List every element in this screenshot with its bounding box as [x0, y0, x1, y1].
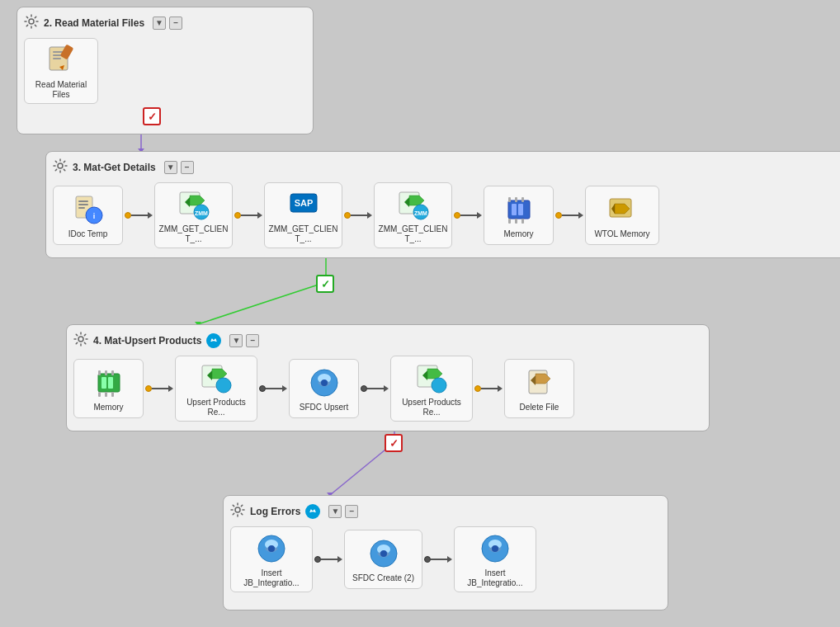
- node-idoc-temp[interactable]: i IDoc Temp: [53, 186, 123, 245]
- memory-green-label: Memory: [93, 403, 123, 412]
- node-zmm1[interactable]: ZMM ZMM_GET_CLIENT_...: [154, 182, 233, 248]
- svg-rect-36: [518, 204, 523, 215]
- svg-rect-40: [508, 219, 511, 224]
- memory-label: Memory: [503, 229, 533, 239]
- section-mat-upsert-products: 4. Mat-Upsert Products ▼ −: [66, 324, 710, 431]
- section3-nodes: Memory Upsert Products Re...: [73, 356, 702, 422]
- section-log-errors: Log Errors ▼ − Insert J: [223, 495, 668, 610]
- svg-rect-51: [101, 377, 106, 389]
- connector-s4-2: [424, 556, 452, 563]
- node-read-material-files-label: Read Material Files: [28, 80, 94, 100]
- section4-dropdown[interactable]: ▼: [328, 505, 342, 518]
- connector-3: [344, 212, 372, 219]
- jb2-icon: [479, 532, 512, 565]
- svg-point-82: [380, 550, 387, 557]
- section1-header: 2. Read Material Files ▼ −: [24, 14, 306, 31]
- checkmark-badge-2: ✓: [316, 275, 334, 293]
- svg-rect-12: [53, 58, 61, 59]
- node-zmm2-sap[interactable]: SAP ZMM_GET_CLIENT_...: [264, 182, 342, 248]
- node-memory[interactable]: Memory: [484, 186, 554, 245]
- section3-dropdown[interactable]: ▼: [229, 334, 243, 347]
- svg-marker-30: [409, 196, 424, 205]
- idoc-temp-label: IDoc Temp: [68, 229, 108, 239]
- svg-rect-18: [78, 204, 88, 205]
- section2-collapse[interactable]: −: [181, 161, 194, 174]
- jb1-icon: [255, 532, 288, 565]
- svg-text:ZMM: ZMM: [414, 210, 427, 216]
- salesforce-badge-3: [206, 333, 221, 348]
- svg-rect-37: [508, 197, 511, 202]
- section1-collapse[interactable]: −: [169, 16, 182, 30]
- node-jb2[interactable]: Insert JB_Integratio...: [454, 526, 536, 592]
- svg-point-76: [314, 509, 315, 511]
- svg-rect-39: [521, 197, 524, 202]
- zmm2-sap-label: ZMM_GET_CLIENT_...: [268, 224, 338, 244]
- svg-point-85: [492, 545, 498, 552]
- node-memory-green[interactable]: Memory: [73, 359, 144, 418]
- node-upsert2[interactable]: Upsert Products Re...: [390, 356, 473, 422]
- gear-icon: [24, 14, 39, 31]
- svg-point-8: [29, 19, 34, 24]
- svg-rect-52: [108, 377, 113, 389]
- node-zmm3[interactable]: ZMM ZMM_GET_CLIENT_...: [374, 182, 452, 248]
- section3-collapse[interactable]: −: [246, 334, 259, 347]
- jb1-label: Insert JB_Integratio...: [234, 568, 309, 588]
- section2-dropdown[interactable]: ▼: [164, 161, 177, 174]
- upsert2-icon: [415, 361, 448, 394]
- connector-s3-2: [259, 385, 287, 392]
- node-upsert1[interactable]: Upsert Products Re...: [175, 356, 257, 422]
- sfdc-upsert-icon: [308, 366, 341, 399]
- svg-marker-71: [536, 374, 550, 384]
- svg-marker-60: [212, 369, 227, 379]
- section-mat-get-details: 3. Mat-Get Details ▼ − i: [45, 151, 840, 258]
- gear-icon-2: [53, 158, 68, 176]
- node-sfdc-create[interactable]: SFDC Create (2): [344, 530, 422, 589]
- section3-title: 4. Mat-Upsert Products: [93, 335, 201, 346]
- svg-rect-19: [78, 207, 85, 209]
- section2-nodes: i IDoc Temp ZMM: [53, 182, 840, 248]
- section4-title: Log Errors: [250, 506, 300, 517]
- connector-4: [454, 212, 482, 219]
- svg-point-79: [268, 545, 275, 552]
- sap-icon: SAP: [287, 188, 320, 221]
- node-delete-file[interactable]: Delete File: [504, 359, 574, 418]
- upsert2-label: Upsert Products Re...: [394, 398, 469, 417]
- svg-rect-41: [515, 219, 517, 224]
- svg-line-3: [198, 282, 326, 324]
- node-wtol-memory[interactable]: WTOL Memory: [585, 186, 659, 245]
- memory-icon: [503, 193, 536, 226]
- node-read-material-files[interactable]: Read Material Files: [24, 38, 98, 104]
- svg-rect-55: [111, 370, 114, 375]
- node-sfdc-upsert[interactable]: SFDC Upsert: [289, 359, 359, 418]
- svg-text:ZMM: ZMM: [195, 210, 208, 216]
- file-read-icon: [45, 44, 78, 77]
- connector-s3-3: [361, 385, 389, 392]
- zmm3-label: ZMM_GET_CLIENT_...: [378, 224, 448, 244]
- svg-rect-17: [78, 200, 88, 202]
- section4-collapse[interactable]: −: [345, 505, 358, 518]
- upsert1-icon: [200, 361, 233, 394]
- svg-point-65: [321, 380, 328, 386]
- connector-1: [125, 212, 153, 219]
- sfdc-create-icon: [367, 537, 400, 570]
- svg-marker-23: [190, 196, 205, 205]
- connector-s3-1: [145, 385, 173, 392]
- delete-file-label: Delete File: [520, 403, 559, 412]
- section1-nodes: Read Material Files: [24, 38, 306, 104]
- section3-header: 4. Mat-Upsert Products ▼ −: [73, 332, 702, 349]
- svg-rect-42: [521, 219, 524, 224]
- sfdc-upsert-label: SFDC Upsert: [300, 403, 348, 412]
- svg-point-73: [235, 507, 240, 512]
- connector-5: [555, 212, 583, 219]
- connector-2: [234, 212, 262, 219]
- section1-dropdown[interactable]: ▼: [153, 16, 166, 30]
- gear-icon-3: [73, 332, 88, 349]
- section1-title: 2. Read Material Files: [44, 17, 144, 29]
- svg-rect-56: [98, 392, 101, 397]
- delete-file-icon: [523, 366, 556, 399]
- node-jb1[interactable]: Insert JB_Integratio...: [230, 526, 313, 592]
- svg-rect-38: [515, 197, 517, 202]
- svg-rect-57: [105, 392, 107, 397]
- section-read-material-files: 2. Read Material Files ▼ −: [17, 7, 314, 134]
- checkmark-badge-1: ✓: [143, 107, 161, 125]
